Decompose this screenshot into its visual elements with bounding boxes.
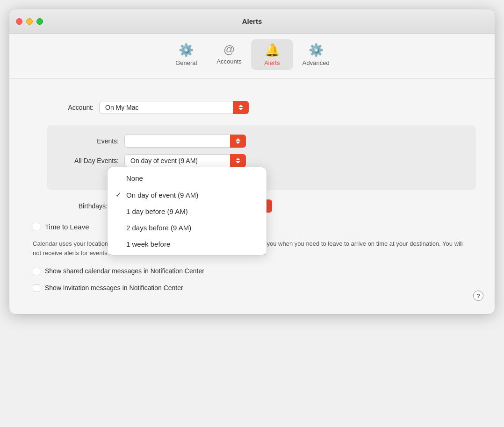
- time-to-leave-label: Time to Leave: [45, 222, 89, 232]
- close-button[interactable]: [16, 18, 22, 25]
- arrow-up-icon: [236, 138, 240, 141]
- maximize-button[interactable]: [36, 18, 43, 25]
- events-row: Events:: [58, 135, 465, 148]
- settings-box: Events: All Day Events:: [47, 125, 476, 190]
- traffic-lights: [16, 18, 43, 25]
- dropdown-item-none[interactable]: None: [108, 170, 266, 186]
- dropdown-item-1-day[interactable]: 1 day before (9 AM): [108, 203, 266, 220]
- account-select-wrapper: On My Mac iCloud Google Exchange: [99, 101, 249, 114]
- minimize-button[interactable]: [26, 18, 33, 25]
- account-row: Account: On My Mac iCloud Google Exchang…: [56, 101, 476, 114]
- tab-advanced[interactable]: ⚙️ Advanced: [293, 39, 339, 70]
- main-content: Account: On My Mac iCloud Google Exchang…: [9, 88, 495, 314]
- main-window: Alerts ⚙️ General @ Accounts 🔔 Alerts ⚙️…: [9, 9, 495, 314]
- dropdown-item-1-week[interactable]: 1 week before: [108, 236, 266, 252]
- arrow-down-icon: [236, 161, 240, 164]
- tab-alerts[interactable]: 🔔 Alerts: [251, 39, 293, 70]
- at-icon: @: [223, 43, 235, 56]
- all-day-events-row: All Day Events:: [58, 154, 465, 167]
- bell-icon: 🔔: [265, 43, 280, 57]
- all-day-events-select-arrow[interactable]: [230, 154, 246, 167]
- advanced-gear-icon: ⚙️: [309, 43, 324, 57]
- all-day-events-select-wrapper: [124, 154, 246, 167]
- tab-accounts[interactable]: @ Accounts: [207, 39, 251, 70]
- dropdown-item-1-day-label: 1 day before (9 AM): [126, 207, 188, 215]
- tab-advanced-label: Advanced: [302, 59, 330, 66]
- events-label: Events:: [58, 137, 119, 145]
- tab-accounts-label: Accounts: [216, 58, 241, 65]
- dropdown-item-2-days[interactable]: 2 days before (9 AM): [108, 220, 266, 236]
- tab-alerts-label: Alerts: [264, 59, 280, 66]
- shared-calendar-checkbox[interactable]: [33, 268, 40, 275]
- titlebar: Alerts: [9, 9, 495, 34]
- time-to-leave-checkbox[interactable]: [33, 223, 40, 230]
- account-select[interactable]: On My Mac iCloud Google Exchange: [99, 101, 249, 114]
- check-on-day: ✓: [114, 191, 122, 199]
- birthdays-label: Birthdays:: [47, 202, 108, 210]
- shared-calendar-row: Show shared calendar messages in Notific…: [28, 267, 476, 276]
- all-day-events-select[interactable]: [124, 154, 246, 167]
- toolbar-divider: [9, 78, 495, 78]
- events-select-wrapper: [124, 135, 246, 148]
- shared-calendar-label: Show shared calendar messages in Notific…: [45, 267, 204, 276]
- invitation-row: Show invitation messages in Notification…: [28, 284, 476, 293]
- events-select[interactable]: [124, 135, 246, 148]
- arrow-up-icon: [236, 158, 240, 160]
- events-select-arrow[interactable]: [230, 135, 246, 148]
- dropdown-item-on-day-label: On day of event (9 AM): [126, 191, 198, 199]
- all-day-events-label: All Day Events:: [58, 157, 119, 164]
- window-title: Alerts: [242, 17, 262, 25]
- account-label: Account:: [56, 104, 94, 111]
- arrow-down-icon: [238, 108, 243, 110]
- toolbar: ⚙️ General @ Accounts 🔔 Alerts ⚙️ Advanc…: [9, 34, 495, 74]
- dropdown-item-1-week-label: 1 week before: [126, 240, 170, 248]
- dropdown-menu: None ✓ On day of event (9 AM) 1 day befo…: [108, 167, 266, 255]
- account-select-arrow[interactable]: [233, 101, 249, 114]
- invitation-checkbox[interactable]: [33, 285, 40, 292]
- arrow-down-icon: [236, 142, 240, 144]
- invitation-label: Show invitation messages in Notification…: [45, 284, 183, 293]
- dropdown-item-on-day[interactable]: ✓ On day of event (9 AM): [108, 186, 266, 203]
- dropdown-item-2-days-label: 2 days before (9 AM): [126, 224, 191, 232]
- tab-general[interactable]: ⚙️ General: [165, 39, 207, 70]
- tab-general-label: General: [175, 59, 197, 66]
- dropdown-item-none-label: None: [126, 174, 143, 182]
- gear-icon: ⚙️: [179, 43, 194, 57]
- arrow-up-icon: [238, 105, 243, 107]
- help-button[interactable]: ?: [473, 291, 483, 301]
